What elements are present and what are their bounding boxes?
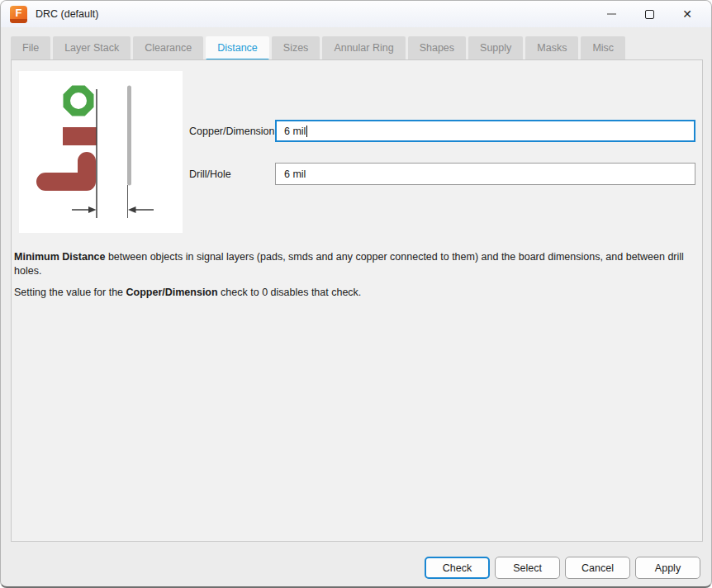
window-controls: ✕: [592, 1, 706, 27]
tab-annular-ring[interactable]: Annular Ring: [322, 36, 405, 59]
drill-hole-label: Drill/Hole: [189, 163, 231, 185]
select-button[interactable]: Select: [495, 557, 560, 579]
apply-button[interactable]: Apply: [635, 557, 700, 579]
title-bar: F DRC (default) ✕: [1, 1, 711, 27]
drill-hole-value: 6 mil: [284, 168, 306, 180]
tab-misc[interactable]: Misc: [581, 36, 625, 59]
tab-bar: File Layer Stack Clearance Distance Size…: [11, 36, 625, 59]
distance-illustration: [19, 71, 183, 233]
description-2-post: check to 0 disables that check.: [218, 287, 362, 298]
window-title: DRC (default): [36, 8, 98, 20]
minimize-button[interactable]: [592, 2, 630, 26]
app-icon-letter: F: [10, 6, 27, 20]
copper-dimension-value: 6 mil: [284, 126, 306, 137]
close-icon: ✕: [682, 8, 692, 20]
description-1-rest: between objects in signal layers (pads, …: [14, 251, 684, 277]
drc-dialog-window: F DRC (default) ✕ File Layer Stack Clear…: [0, 0, 712, 588]
copper-track-shape: [45, 161, 87, 182]
distance-illustration-svg: [19, 71, 183, 233]
smd-rect-shape: [63, 127, 97, 145]
right-arrowhead: [128, 206, 136, 213]
tab-clearance[interactable]: Clearance: [133, 36, 203, 59]
description-1-bold: Minimum Distance: [14, 251, 105, 263]
maximize-icon: [645, 10, 654, 19]
description-paragraph-2: Setting the value for the Copper/Dimensi…: [14, 286, 693, 300]
maximize-button[interactable]: [630, 2, 668, 26]
description-paragraph-1: Minimum Distance between objects in sign…: [14, 250, 693, 278]
tab-file[interactable]: File: [11, 36, 50, 59]
tab-supply[interactable]: Supply: [468, 36, 523, 59]
distance-tab-panel: Copper/Dimension 6 mil Drill/Hole 6 mil …: [11, 59, 703, 542]
tab-shapes[interactable]: Shapes: [408, 36, 466, 59]
drill-hole-input[interactable]: 6 mil: [275, 163, 695, 185]
left-arrowhead: [88, 206, 97, 213]
pad-hole-shape: [70, 92, 87, 109]
app-icon: F: [10, 6, 27, 23]
tab-sizes[interactable]: Sizes: [272, 36, 320, 59]
tab-masks[interactable]: Masks: [525, 36, 578, 59]
description-2-pre: Setting the value for the: [14, 287, 126, 298]
tab-distance[interactable]: Distance: [206, 36, 269, 59]
check-button[interactable]: Check: [425, 557, 490, 579]
app-icon-band: [10, 19, 27, 23]
copper-dimension-input[interactable]: 6 mil: [275, 120, 695, 142]
minimize-icon: [607, 13, 616, 15]
text-caret: [306, 126, 307, 137]
dialog-button-row: Check Select Cancel Apply: [425, 557, 700, 579]
cancel-button[interactable]: Cancel: [565, 557, 630, 579]
description-2-bold: Copper/Dimension: [126, 287, 218, 298]
copper-dimension-label: Copper/Dimension: [189, 120, 275, 142]
tab-layer-stack[interactable]: Layer Stack: [53, 36, 131, 59]
close-button[interactable]: ✕: [668, 2, 706, 26]
